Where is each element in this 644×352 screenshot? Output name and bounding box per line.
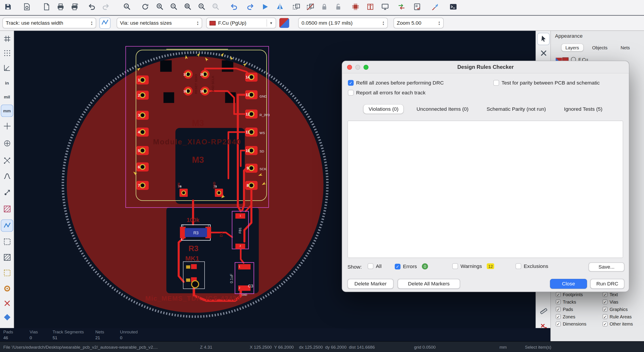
filter-zones[interactable]: ✓Zones	[556, 314, 575, 319]
component-graphic[interactable]	[186, 278, 190, 282]
units-inches-button[interactable]: in	[1, 77, 12, 89]
tab-schematic-parity-not-run[interactable]: Schematic Parity (not run)	[482, 105, 551, 113]
filter-vias[interactable]: ✓Vias	[603, 299, 618, 304]
checkbox-box[interactable]	[368, 263, 374, 269]
ratsnest-visibility-button[interactable]	[1, 155, 12, 166]
filter-pads[interactable]: ✓Pads	[556, 307, 573, 312]
zoom-window-button[interactable]	[364, 65, 368, 70]
minimize-window-button[interactable]	[355, 65, 360, 70]
close-window-button[interactable]	[347, 65, 352, 70]
delete-tool-button[interactable]	[538, 47, 549, 59]
dialog-titlebar[interactable]: Design Rules Checker	[342, 61, 629, 74]
filter-other-items[interactable]: ✓Other items	[603, 322, 633, 327]
scripting-console-button[interactable]	[448, 2, 459, 13]
cursor-full-crosshair-button[interactable]	[1, 121, 12, 132]
highlight-net-button[interactable]	[430, 2, 440, 13]
component-graphic[interactable]	[191, 264, 197, 269]
footprint-editor-button[interactable]	[350, 2, 361, 13]
layer-pair-icon[interactable]	[279, 18, 289, 28]
zoom-select[interactable]: Zoom 5.00 ▲▼	[394, 18, 444, 28]
checkbox-box[interactable]: ✓	[556, 292, 561, 297]
checkbox-box[interactable]: ✓	[603, 314, 608, 319]
refill-zones-checkbox[interactable]: ✓ Refill all zones before performing DRC	[348, 80, 444, 86]
active-layer-select[interactable]: F.Cu (PgUp) ▼	[206, 18, 276, 28]
flip-board-button[interactable]	[274, 2, 286, 13]
checkbox-box[interactable]: ✓	[556, 322, 561, 327]
group-button[interactable]	[291, 2, 302, 13]
net-highlight-button[interactable]	[1, 187, 12, 198]
grid-visibility-button[interactable]	[1, 33, 12, 45]
filter-rule-areas[interactable]: ✓Rule Areas	[603, 314, 632, 319]
clearance-display-button[interactable]	[1, 298, 12, 309]
close-button[interactable]: Close	[550, 279, 587, 289]
checkbox-box[interactable]	[452, 263, 458, 269]
checkbox-box[interactable]: ✓	[603, 307, 608, 312]
grid-size-select[interactable]: 0.0500 mm (1.97 mils) ▲▼	[298, 18, 388, 28]
zone-fill-display-button[interactable]	[1, 203, 12, 215]
pad-display-button[interactable]	[1, 312, 12, 323]
sketch-mode-button[interactable]	[1, 220, 12, 231]
zoom-out-button[interactable]	[168, 2, 180, 13]
zoom-fit-button[interactable]	[182, 2, 193, 13]
save-button[interactable]	[2, 2, 14, 13]
units-mm-button[interactable]: mm	[1, 105, 12, 116]
viewer-3d-button[interactable]	[380, 2, 390, 13]
ungroup-button[interactable]	[305, 2, 316, 13]
redo-view-button[interactable]	[245, 2, 256, 13]
delete-marker-button[interactable]: Delete Marker	[348, 279, 394, 289]
checkbox-box[interactable]: ✓	[603, 299, 608, 304]
checkbox-box[interactable]: ✓	[603, 322, 608, 327]
zoom-selection-button[interactable]	[210, 2, 222, 13]
checkbox-box[interactable]	[516, 263, 522, 269]
outline-mode-button[interactable]	[1, 236, 12, 248]
undo-view-button[interactable]	[228, 2, 239, 13]
checkbox-box[interactable]	[493, 80, 499, 86]
units-mils-button[interactable]: mil	[1, 91, 12, 102]
filter-dimensions[interactable]: ✓Dimensions	[556, 322, 586, 327]
plot-run-button[interactable]	[260, 2, 270, 13]
checkbox-box[interactable]: ✓	[395, 263, 400, 269]
zoom-in-button[interactable]	[154, 2, 166, 13]
grid-dots-button[interactable]	[1, 47, 12, 59]
filter-footprints[interactable]: ✓Footprints	[556, 292, 583, 297]
report-all-errors-checkbox[interactable]: Report all errors for each track	[348, 90, 425, 96]
through-hole[interactable]	[192, 281, 198, 288]
show-errors-checkbox[interactable]: ✓Errors0	[395, 263, 428, 269]
track-width-select[interactable]: Track: use netclass width ▲▼	[2, 18, 96, 28]
save-report-button[interactable]: Save...	[588, 263, 624, 272]
page-settings-button[interactable]	[41, 2, 52, 13]
zone-outline-button[interactable]	[1, 267, 12, 279]
via-display-button[interactable]	[1, 283, 12, 294]
via-size-select[interactable]: Via: use netclass sizes ▲▼	[117, 18, 202, 28]
checkbox-box[interactable]	[348, 90, 354, 96]
zone-display-button[interactable]	[1, 252, 12, 263]
checkbox-box[interactable]: ✓	[556, 307, 561, 312]
schematic-parity-checkbox[interactable]: Test for parity between PCB and schemati…	[493, 80, 600, 86]
show-all-checkbox[interactable]: All	[368, 263, 382, 269]
polar-coords-button[interactable]	[1, 62, 12, 74]
custom-track-width-button[interactable]	[100, 18, 110, 29]
update-pcb-button[interactable]	[396, 2, 407, 13]
show-warnings-checkbox[interactable]: Warnings12	[452, 263, 494, 269]
show-exclusions-checkbox[interactable]: Exclusions	[516, 263, 548, 269]
checkbox-box[interactable]: ✓	[348, 80, 354, 86]
footprint-browser-button[interactable]	[365, 2, 376, 13]
lock-button[interactable]	[319, 2, 330, 13]
checkbox-box[interactable]: ✓	[556, 314, 561, 319]
violations-list[interactable]	[348, 121, 623, 258]
delete-all-markers-button[interactable]: Delete All Markers	[398, 279, 460, 289]
zoom-objects-button[interactable]	[196, 2, 207, 13]
tab-nets[interactable]: Nets	[616, 44, 634, 51]
redo-button[interactable]	[100, 2, 111, 13]
tab-violations-0[interactable]: Violations (0)	[364, 105, 404, 113]
drc-button[interactable]	[412, 2, 422, 13]
ratsnest-curved-button[interactable]	[1, 171, 12, 182]
refresh-view-button[interactable]	[140, 2, 151, 13]
cursor-small-button[interactable]	[1, 138, 12, 149]
tab-layers[interactable]: Layers	[561, 44, 583, 51]
component-graphic[interactable]	[186, 265, 190, 269]
board-setup-button[interactable]	[21, 2, 32, 13]
tab-unconnected-items-0[interactable]: Unconnected Items (0)	[412, 105, 473, 113]
filter-tracks[interactable]: ✓Tracks	[556, 299, 576, 304]
run-drc-button[interactable]: Run DRC	[590, 279, 624, 289]
